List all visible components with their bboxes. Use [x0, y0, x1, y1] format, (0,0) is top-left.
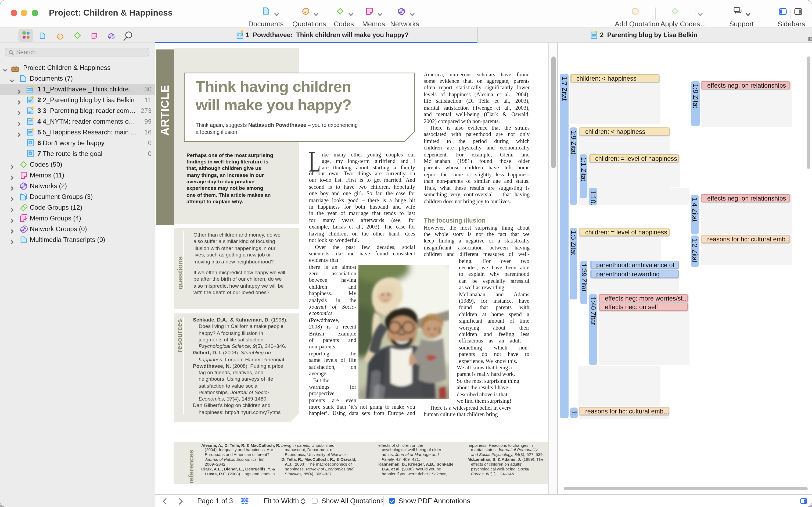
- svg-text:,,: ,,: [633, 9, 635, 13]
- svg-text:PDF: PDF: [27, 88, 32, 91]
- svg-text:PDF: PDF: [238, 34, 243, 36]
- svg-text:,,: ,,: [304, 9, 306, 13]
- svg-text:,,: ,,: [58, 35, 60, 38]
